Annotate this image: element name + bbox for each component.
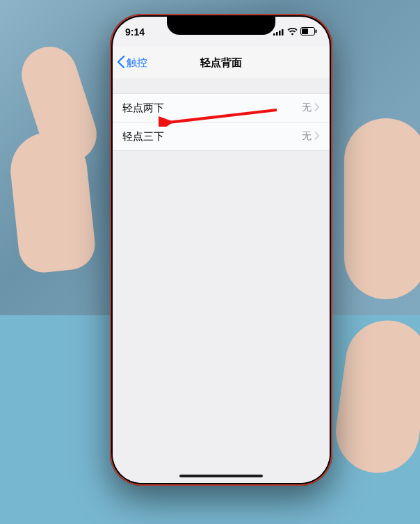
svg-rect-6: [316, 30, 317, 33]
row-label: 轻点三下: [122, 130, 164, 143]
row-triple-tap[interactable]: 轻点三下 无: [113, 122, 330, 150]
back-button[interactable]: 触控: [117, 47, 147, 78]
cellular-signal-icon: [273, 26, 284, 38]
svg-rect-2: [279, 31, 281, 35]
battery-icon: [300, 26, 317, 38]
row-double-tap[interactable]: 轻点两下 无: [113, 94, 330, 122]
navigation-bar: 触控 轻点背面: [113, 47, 330, 79]
iphone-device: 9:14 触控 轻点背面: [110, 14, 332, 486]
status-time: 9:14: [125, 26, 145, 38]
svg-rect-1: [276, 32, 278, 35]
phone-screen: 9:14 触控 轻点背面: [113, 17, 330, 483]
display-notch: [167, 17, 275, 35]
wifi-icon: [287, 26, 298, 38]
chevron-left-icon: [117, 56, 125, 70]
svg-rect-5: [302, 29, 308, 34]
page-title: 轻点背面: [200, 56, 242, 70]
svg-rect-0: [273, 33, 275, 35]
settings-group: 轻点两下 无 轻点三下 无: [113, 93, 330, 151]
home-indicator[interactable]: [179, 475, 263, 477]
svg-rect-3: [282, 29, 284, 35]
settings-content: 轻点两下 无 轻点三下 无: [113, 78, 330, 483]
chevron-right-icon: [314, 131, 320, 142]
row-label: 轻点两下: [122, 102, 164, 115]
row-value: 无: [302, 102, 312, 114]
row-value: 无: [302, 130, 312, 143]
chevron-right-icon: [314, 102, 320, 113]
back-label: 触控: [127, 56, 147, 70]
